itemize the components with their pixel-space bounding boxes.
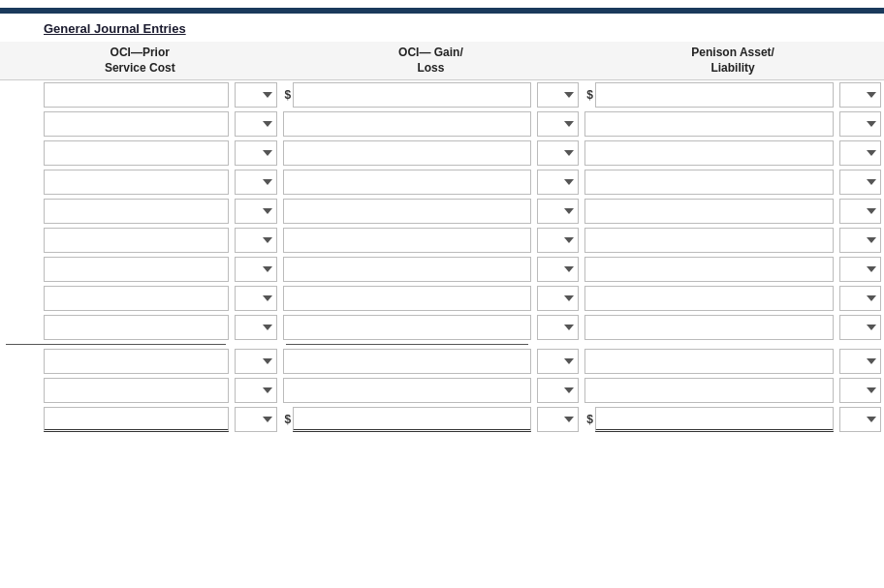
page-container: General Journal Entries OCI—Prior Servic… (0, 0, 884, 588)
oci-prior-dropdown[interactable]: DrCr (235, 378, 276, 403)
table-row: DrCrDrCrDrCr (0, 109, 884, 139)
oci-prior-input[interactable] (44, 286, 229, 311)
table-row: DrCr$DrCr$DrCr (0, 80, 884, 110)
pension-dropdown[interactable]: DrCr (839, 82, 881, 108)
table-row: DrCr$DrCr$DrCr (0, 405, 884, 434)
oci-gain-dropdown[interactable]: DrCr (537, 199, 579, 224)
oci-gain-input[interactable] (293, 407, 531, 432)
pension-input[interactable] (584, 111, 833, 137)
oci-prior-dropdown[interactable]: DrCr (235, 199, 276, 224)
oci-prior-dropdown[interactable]: DrCr (235, 228, 276, 253)
top-bar (0, 8, 884, 14)
header-row: OCI—Prior Service Cost OCI— Gain/ Loss P… (0, 42, 884, 80)
pension-dropdown[interactable]: DrCr (839, 407, 881, 432)
oci-gain-dropdown[interactable]: DrCr (537, 286, 579, 311)
oci-prior-dropdown[interactable]: DrCr (235, 315, 276, 340)
pension-input[interactable] (595, 407, 834, 432)
oci-prior-input[interactable] (44, 199, 229, 224)
pension-dropdown[interactable]: DrCr (839, 315, 881, 340)
oci-gain-dropdown[interactable]: DrCr (537, 140, 579, 166)
oci-gain-dropdown[interactable]: DrCr (537, 407, 579, 432)
col-oci-gain-header: OCI— Gain/ Loss (280, 42, 583, 80)
table-row: DrCrDrCrDrCr (0, 168, 884, 197)
oci-gain-dropdown[interactable]: DrCr (537, 349, 579, 374)
pension-dropdown[interactable]: DrCr (839, 140, 881, 166)
oci-prior-dropdown[interactable]: DrCr (235, 407, 276, 432)
pension-dropdown[interactable]: DrCr (839, 170, 881, 195)
table-row: DrCrDrCrDrCr (0, 226, 884, 255)
oci-prior-input[interactable] (44, 315, 229, 340)
pension-dollar-sign: $ (584, 88, 595, 102)
table-row: DrCrDrCrDrCr (0, 284, 884, 313)
col-oci-prior-header: OCI—Prior Service Cost (0, 42, 280, 80)
pension-dropdown[interactable]: DrCr (839, 349, 881, 374)
pension-input[interactable] (584, 140, 833, 166)
oci-prior-input[interactable] (44, 378, 229, 403)
pension-dropdown[interactable]: DrCr (839, 111, 881, 137)
table-row: DrCrDrCrDrCr (0, 347, 884, 376)
oci-prior-dropdown[interactable]: DrCr (235, 111, 276, 137)
oci-gain-dropdown[interactable]: DrCr (537, 228, 579, 253)
pension-input[interactable] (584, 257, 833, 282)
oci-gain-dropdown[interactable]: DrCr (537, 378, 579, 403)
oci-prior-input[interactable] (44, 111, 229, 137)
oci-gain-input[interactable] (283, 170, 531, 195)
oci-gain-input[interactable] (283, 111, 531, 137)
oci-prior-input[interactable] (44, 349, 229, 374)
pension-input[interactable] (584, 199, 833, 224)
oci-gain-input[interactable] (283, 140, 531, 166)
oci-prior-input[interactable] (44, 140, 229, 166)
table-row: DrCrDrCrDrCr (0, 255, 884, 284)
col-pension-header: Penison Asset/ Liability (582, 42, 884, 80)
page-title: General Journal Entries (44, 21, 884, 36)
oci-prior-input[interactable] (44, 82, 229, 108)
oci-gain-input[interactable] (293, 82, 531, 108)
oci-gain-input[interactable] (283, 378, 531, 403)
oci-prior-input[interactable] (44, 228, 229, 253)
pension-input[interactable] (584, 286, 833, 311)
oci-gain-dollar-sign: $ (283, 413, 294, 426)
oci-gain-dropdown[interactable]: DrCr (537, 170, 579, 195)
oci-prior-input[interactable] (44, 170, 229, 195)
pension-dropdown[interactable]: DrCr (839, 378, 881, 403)
pension-dropdown[interactable]: DrCr (839, 257, 881, 282)
pension-input[interactable] (584, 349, 833, 374)
oci-prior-dropdown[interactable]: DrCr (235, 170, 276, 195)
oci-gain-dropdown[interactable]: DrCr (537, 315, 579, 340)
table-row: DrCrDrCrDrCr (0, 313, 884, 342)
pension-input[interactable] (595, 82, 834, 108)
oci-gain-dropdown[interactable]: DrCr (537, 111, 579, 137)
table-row: DrCrDrCrDrCr (0, 139, 884, 168)
oci-gain-input[interactable] (283, 349, 531, 374)
oci-prior-dropdown[interactable]: DrCr (235, 82, 276, 108)
oci-prior-dropdown[interactable]: DrCr (235, 286, 276, 311)
pension-dropdown[interactable]: DrCr (839, 286, 881, 311)
oci-prior-dropdown[interactable]: DrCr (235, 257, 276, 282)
pension-input[interactable] (584, 170, 833, 195)
oci-gain-input[interactable] (283, 286, 531, 311)
oci-gain-input[interactable] (283, 199, 531, 224)
journal-table: OCI—Prior Service Cost OCI— Gain/ Loss P… (0, 42, 884, 434)
oci-gain-dropdown[interactable]: DrCr (537, 82, 579, 108)
oci-prior-dropdown[interactable]: DrCr (235, 349, 276, 374)
pension-dropdown[interactable]: DrCr (839, 228, 881, 253)
oci-gain-input[interactable] (283, 315, 531, 340)
oci-gain-dropdown[interactable]: DrCr (537, 257, 579, 282)
oci-gain-input[interactable] (283, 228, 531, 253)
table-row: DrCrDrCrDrCr (0, 376, 884, 405)
oci-prior-input[interactable] (44, 257, 229, 282)
oci-prior-input[interactable] (44, 407, 229, 432)
pension-dollar-sign: $ (584, 413, 595, 426)
oci-prior-dropdown[interactable]: DrCr (235, 140, 276, 166)
pension-input[interactable] (584, 228, 833, 253)
pension-input[interactable] (584, 378, 833, 403)
oci-gain-dollar-sign: $ (283, 88, 294, 102)
pension-input[interactable] (584, 315, 833, 340)
pension-dropdown[interactable]: DrCr (839, 199, 881, 224)
table-row: DrCrDrCrDrCr (0, 197, 884, 226)
oci-gain-input[interactable] (283, 257, 531, 282)
